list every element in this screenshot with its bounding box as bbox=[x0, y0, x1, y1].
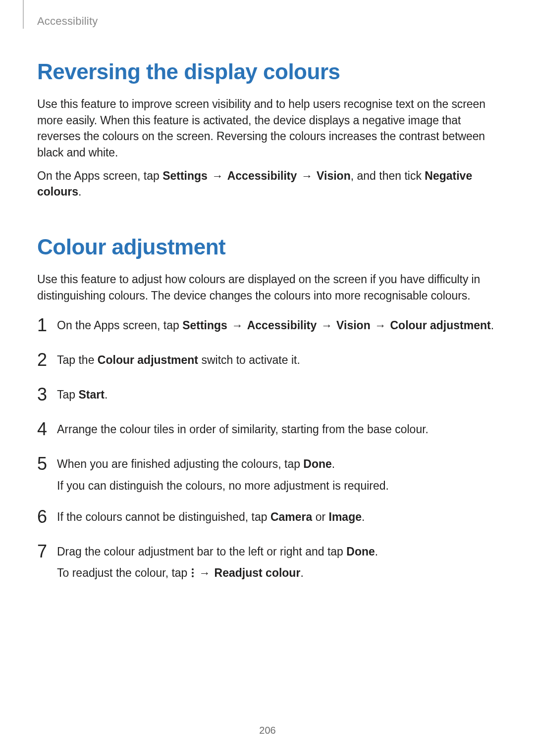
nav-vision: Vision bbox=[336, 319, 371, 332]
bold-image: Image bbox=[329, 510, 362, 523]
arrow-icon: → bbox=[374, 317, 387, 334]
step-5-sub: If you can distinguish the colours, no m… bbox=[57, 478, 498, 494]
text: . bbox=[332, 457, 335, 470]
step-6: If the colours cannot be distinguished, … bbox=[37, 509, 498, 529]
nav-settings: Settings bbox=[182, 319, 227, 332]
more-options-icon bbox=[191, 568, 195, 578]
text: Drag the colour adjustment bar to the le… bbox=[57, 545, 346, 558]
text: When you are finished adjusting the colo… bbox=[57, 457, 303, 470]
text: . bbox=[362, 510, 365, 523]
text: or bbox=[312, 510, 328, 523]
bold-start: Start bbox=[78, 388, 104, 401]
arrow-icon: → bbox=[198, 565, 211, 581]
text: . bbox=[105, 388, 107, 401]
heading-reversing-colours: Reversing the display colours bbox=[37, 59, 498, 84]
svg-point-2 bbox=[192, 575, 194, 577]
text: . bbox=[300, 566, 303, 579]
nav-accessibility: Accessibility bbox=[247, 319, 317, 332]
paragraph-reversing-path: On the Apps screen, tap Settings → Acces… bbox=[37, 168, 498, 200]
nav-colour-adjustment: Colour adjustment bbox=[390, 319, 491, 332]
text: . bbox=[491, 319, 494, 332]
paragraph-reversing-intro: Use this feature to improve screen visib… bbox=[37, 96, 498, 161]
arrow-icon: → bbox=[211, 168, 224, 184]
step-2: Tap the Colour adjustment switch to acti… bbox=[37, 352, 498, 372]
step-5: When you are finished adjusting the colo… bbox=[37, 456, 498, 494]
bold-readjust-colour: Readjust colour bbox=[214, 566, 301, 579]
page-number: 206 bbox=[0, 725, 535, 736]
text: To readjust the colour, tap bbox=[57, 566, 191, 579]
steps-list: On the Apps screen, tap Settings → Acces… bbox=[37, 317, 498, 581]
bold-done: Done bbox=[303, 457, 332, 470]
text: . bbox=[375, 545, 378, 558]
text: If the colours cannot be distinguished, … bbox=[57, 510, 270, 523]
text: switch to activate it. bbox=[198, 353, 300, 366]
text: Arrange the colour tiles in order of sim… bbox=[57, 423, 428, 436]
arrow-icon: → bbox=[230, 317, 244, 334]
header-section-label: Accessibility bbox=[37, 15, 98, 28]
page: Accessibility Reversing the display colo… bbox=[0, 0, 535, 756]
header-rule bbox=[23, 0, 24, 29]
step-7-sub: To readjust the colour, tap → Readjust c… bbox=[57, 565, 498, 581]
heading-colour-adjustment: Colour adjustment bbox=[37, 235, 498, 259]
text: , and then tick bbox=[351, 169, 425, 182]
svg-point-1 bbox=[192, 572, 194, 574]
svg-point-0 bbox=[192, 568, 194, 570]
bold-colour-adjustment: Colour adjustment bbox=[98, 353, 198, 366]
text: Tap bbox=[57, 388, 78, 401]
step-1: On the Apps screen, tap Settings → Acces… bbox=[37, 317, 498, 337]
arrow-icon: → bbox=[320, 317, 333, 334]
nav-settings: Settings bbox=[162, 169, 208, 182]
bold-done: Done bbox=[346, 545, 375, 558]
content: Reversing the display colours Use this f… bbox=[37, 15, 498, 582]
arrow-icon: → bbox=[300, 168, 314, 184]
text: . bbox=[78, 185, 81, 198]
text: Tap the bbox=[57, 353, 98, 366]
step-4: Arrange the colour tiles in order of sim… bbox=[37, 421, 498, 441]
bold-camera: Camera bbox=[270, 510, 312, 523]
nav-vision: Vision bbox=[317, 169, 351, 182]
paragraph-colour-intro: Use this feature to adjust how colours a… bbox=[37, 271, 498, 303]
step-7: Drag the colour adjustment bar to the le… bbox=[37, 544, 498, 582]
step-3: Tap Start. bbox=[37, 387, 498, 406]
text: On the Apps screen, tap bbox=[37, 169, 162, 182]
nav-accessibility: Accessibility bbox=[227, 169, 297, 182]
text: On the Apps screen, tap bbox=[57, 319, 182, 332]
